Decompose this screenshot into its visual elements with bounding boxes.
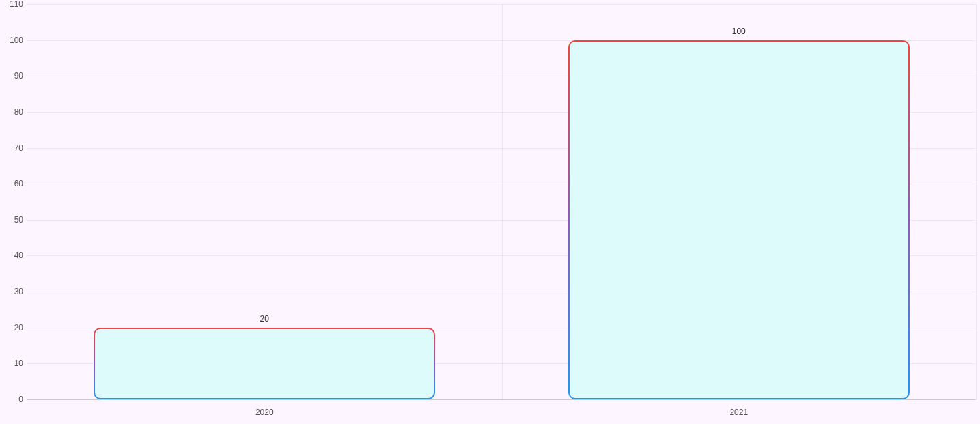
y-axis-tick: 80	[0, 107, 23, 117]
x-axis-tick: 2020	[255, 408, 274, 417]
gridline	[27, 399, 976, 400]
y-axis-tick: 0	[0, 395, 23, 404]
y-axis-tick: 110	[0, 0, 23, 9]
y-axis-tick: 30	[0, 287, 23, 296]
y-axis-tick: 40	[0, 251, 23, 260]
y-axis-tick: 50	[0, 215, 23, 225]
bar-value-label: 20	[260, 314, 269, 324]
y-axis-tick: 90	[0, 71, 23, 81]
plot-area: 20100	[27, 4, 976, 399]
bar-value-label: 100	[732, 27, 746, 36]
bar[interactable]: 100	[568, 40, 910, 399]
y-axis-tick: 60	[0, 179, 23, 188]
y-axis-tick: 20	[0, 323, 23, 333]
grid-vline	[502, 4, 503, 399]
y-axis-tick: 100	[0, 36, 23, 45]
bar-chart: 20100 010203040506070809010011020202021	[0, 0, 980, 424]
bar[interactable]: 20	[94, 328, 435, 399]
y-axis-tick: 10	[0, 358, 23, 368]
y-axis-tick: 70	[0, 143, 23, 153]
grid-vline	[976, 4, 977, 399]
x-axis-tick: 2021	[729, 408, 748, 417]
